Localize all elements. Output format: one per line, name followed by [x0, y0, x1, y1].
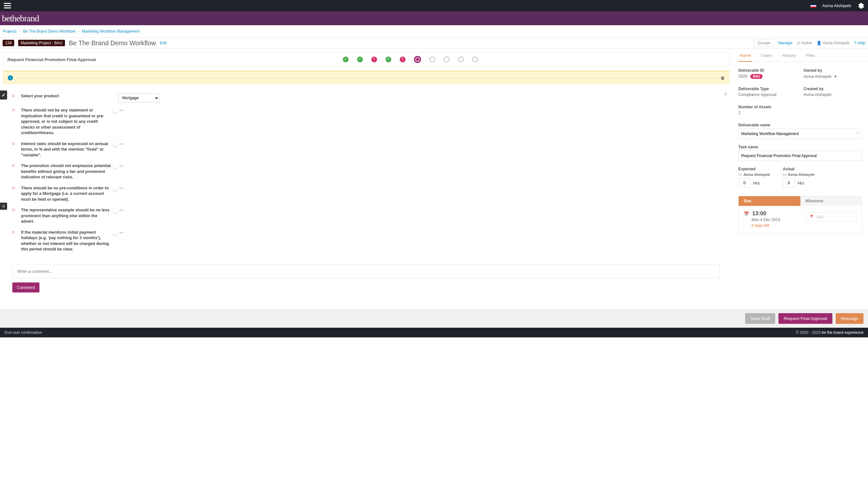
panel-body: Deliverable ID 2629 BAU Owned by Asma Al…: [733, 62, 868, 240]
gear-icon[interactable]: [857, 2, 864, 9]
product-label: Select your product: [21, 93, 112, 99]
actual-label: Actual: [783, 167, 814, 171]
deliverable-name-label: Deliverable name: [738, 123, 862, 127]
step-8-pending-icon[interactable]: [444, 57, 450, 62]
bullet-icon: [12, 109, 14, 111]
step-1-complete-icon[interactable]: [343, 57, 349, 62]
footer-actions: Save Draft Request Final Approval Reassi…: [0, 309, 868, 328]
bullet-icon: [12, 164, 14, 167]
comment-input[interactable]: [12, 264, 720, 278]
chevron-down-icon[interactable]: ▾: [834, 74, 837, 79]
deliverable-name-input[interactable]: [738, 129, 862, 139]
actual-hrs-input[interactable]: [783, 178, 795, 188]
breadcrumb-workflow[interactable]: Be The Brand Demo Workflow: [23, 29, 75, 34]
topbar-username[interactable]: Asma Alshayeb: [822, 3, 851, 8]
expected-label: Expected: [738, 167, 770, 171]
due-milestone-panel: Due 📅 13:00 Mon 4 Dec 2023 0 days left M…: [738, 196, 862, 234]
comment-area: Comment: [3, 261, 730, 296]
bottom-footer: End user confirmation © 2003 - 2023 be t…: [0, 328, 868, 337]
form-area: ⚙ Select your product Mortgage There sho…: [3, 90, 730, 261]
task-name-label: Task name: [738, 145, 862, 149]
tab-home[interactable]: Home: [738, 51, 752, 62]
side-count-tab[interactable]: 0: [0, 203, 7, 210]
chevron-right-icon: ›: [78, 29, 79, 34]
owned-by-value[interactable]: Asma Alshayeb ▾: [804, 74, 863, 79]
form-row-q3: The promotion should not emphasize poten…: [12, 163, 720, 180]
step-3-alert-icon[interactable]: [371, 57, 377, 62]
form-row-q6: If the material mentions initial payment…: [12, 230, 720, 252]
owner-display[interactable]: 👤 Asma Alshayeb: [816, 41, 849, 45]
product-select[interactable]: Mortgage: [118, 93, 159, 102]
edit-link[interactable]: Edit: [160, 41, 166, 45]
request-final-button[interactable]: Request Final Approval: [778, 313, 832, 324]
q1-label: There should not be any statement or imp…: [21, 108, 112, 136]
tab-history[interactable]: History: [781, 51, 797, 61]
num-assets-label: Number of Assets: [738, 105, 798, 109]
project-id-badge: 134: [3, 40, 14, 46]
form-row-q4: There should be no pre-conditions in ord…: [12, 186, 720, 203]
step-6-current-icon[interactable]: [414, 56, 421, 63]
expected-hrs-input[interactable]: [738, 178, 751, 188]
step-10-pending-icon[interactable]: [472, 57, 478, 62]
q2-label: Interest rates should be expressed on an…: [21, 141, 112, 158]
manage-link[interactable]: Manage: [778, 41, 792, 45]
banner-divider: [18, 78, 716, 78]
save-draft-button[interactable]: Save Draft: [745, 313, 775, 324]
status-active[interactable]: ◴ Active: [797, 41, 812, 45]
side-edit-tab[interactable]: [0, 91, 7, 100]
form-row-q1: There should not be any statement or imp…: [12, 108, 720, 136]
page-title: Be The Brand Demo Workflow: [69, 39, 156, 47]
footer-right: © 2003 - 2023 be the brand experience: [796, 330, 864, 335]
topbar-right: Asma Alshayeb: [810, 2, 864, 9]
created-by-label: Created by: [804, 87, 863, 91]
menu-icon[interactable]: [4, 3, 11, 8]
topbar: Asma Alshayeb: [0, 0, 868, 11]
bullet-icon: [12, 231, 14, 233]
due-header: Due: [739, 196, 800, 206]
info-icon[interactable]: i: [8, 75, 13, 80]
milestone-header: Milestone: [800, 196, 862, 206]
tab-files[interactable]: Files: [805, 51, 816, 61]
milestone-add-input[interactable]: 📍 Add: [806, 212, 857, 221]
q3-label: The promotion should not emphasize poten…: [21, 163, 112, 180]
expected-for: for Asma Alshayeb: [738, 172, 770, 176]
created-by-value: Asma Alshayeb: [804, 92, 863, 97]
bullet-icon: [12, 142, 14, 145]
pin-icon: 📍: [809, 215, 814, 219]
brand-logo[interactable]: bethebrand: [2, 13, 39, 24]
expand-icon[interactable]: ⊞: [721, 76, 724, 80]
q4-label: There should be no pre-conditions in ord…: [21, 186, 112, 203]
breadcrumb: Projects › Be The Brand Demo Workflow › …: [0, 25, 868, 37]
task-name-input[interactable]: [738, 151, 862, 161]
form-settings-icon[interactable]: ⚙: [724, 92, 727, 96]
form-row-q5: The representative example should be no …: [12, 207, 720, 225]
pencil-icon: [2, 93, 5, 97]
tab-users[interactable]: Users: [760, 51, 774, 61]
step-7-pending-icon[interactable]: [430, 57, 435, 62]
form-row-product: Select your product Mortgage: [12, 93, 720, 102]
groups-button[interactable]: Groups: [754, 39, 774, 47]
workflow-steps: [96, 56, 725, 63]
deliverable-id-value: 2629 BAU: [738, 74, 797, 78]
breadcrumb-current[interactable]: Marketing Workflow Management: [82, 29, 140, 34]
user-icon: 👤: [816, 41, 822, 45]
calendar-icon[interactable]: 📅: [744, 212, 749, 216]
tag-icon[interactable]: 🏷: [856, 131, 860, 135]
step-5-alert-icon[interactable]: [400, 57, 406, 62]
due-time: 13:00: [752, 210, 766, 217]
bullet-icon: [12, 209, 14, 211]
help-link[interactable]: ? Help: [854, 41, 865, 45]
comment-button[interactable]: Comment: [12, 283, 39, 292]
step-4-complete-icon[interactable]: [385, 57, 391, 62]
breadcrumb-projects[interactable]: Projects: [3, 29, 17, 34]
step-9-pending-icon[interactable]: [458, 57, 464, 62]
step-2-complete-icon[interactable]: [357, 57, 363, 62]
clock-icon: ◴: [797, 41, 800, 45]
info-banner: i ⊞: [3, 70, 730, 84]
locale-flag-icon[interactable]: [810, 4, 816, 8]
main-content: Request Financial Promotion Final Approv…: [0, 48, 868, 300]
stage-title: Request Financial Promotion Final Approv…: [7, 57, 96, 62]
title-actions: Groups Manage ◴ Active 👤 Asma Alshayeb ?…: [754, 39, 865, 47]
reassign-button[interactable]: Reassign: [836, 313, 864, 324]
title-row: 134 Marketing Project - BAU Be The Brand…: [0, 37, 868, 48]
